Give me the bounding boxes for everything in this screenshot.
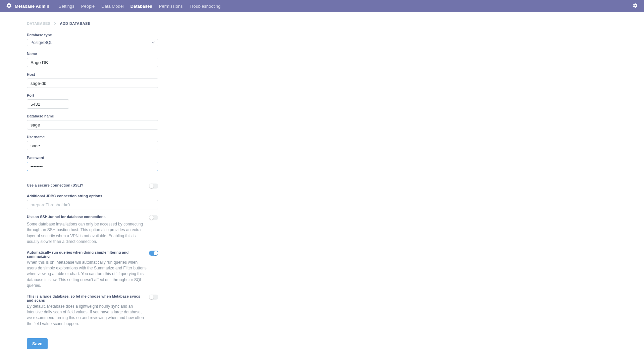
autorun-label: Automatically run queries when doing sim… (27, 250, 145, 258)
ssh-description: Some database installations can only be … (27, 221, 148, 245)
nav-troubleshooting[interactable]: Troubleshooting (190, 4, 221, 9)
ssh-toggle[interactable] (149, 215, 158, 220)
gear-logo-icon (6, 3, 12, 10)
autorun-description: When this is on, Metabase will automatic… (27, 260, 148, 289)
jdbc-label: Additional JDBC connection string option… (27, 194, 228, 198)
gear-icon (633, 3, 638, 9)
large-db-toggle[interactable] (149, 295, 158, 300)
chevron-right-icon (54, 21, 56, 25)
nav-people[interactable]: People (81, 4, 95, 9)
brand-title: Metabase Admin (15, 4, 49, 9)
nav-settings[interactable]: Settings (59, 4, 74, 9)
host-label: Host (27, 72, 228, 76)
nav-permissions[interactable]: Permissions (159, 4, 183, 9)
port-input[interactable] (27, 99, 69, 109)
nav-data-model[interactable]: Data Model (101, 4, 123, 9)
port-label: Port (27, 93, 228, 97)
password-input[interactable] (27, 162, 158, 171)
admin-nav: Settings People Data Model Databases Per… (59, 4, 221, 9)
breadcrumb-databases-link[interactable]: DATABASES (27, 21, 50, 25)
large-db-description: By default, Metabase does a lightweight … (27, 304, 148, 327)
breadcrumb-current: ADD DATABASE (60, 21, 90, 25)
name-input[interactable] (27, 58, 158, 67)
ssh-label: Use an SSH-tunnel for database connectio… (27, 215, 145, 219)
add-database-page: DATABASES ADD DATABASE Database type Nam… (27, 12, 228, 361)
username-label: Username (27, 135, 228, 139)
dbname-label: Database name (27, 114, 228, 118)
autorun-toggle[interactable] (149, 251, 158, 256)
ssl-toggle[interactable] (149, 184, 158, 189)
jdbc-input[interactable] (27, 200, 158, 209)
username-input[interactable] (27, 141, 158, 150)
large-db-label: This is a large database, so let me choo… (27, 294, 145, 302)
brand[interactable]: Metabase Admin (6, 3, 49, 10)
admin-topbar: Metabase Admin Settings People Data Mode… (0, 0, 644, 12)
save-button[interactable]: Save (27, 338, 48, 349)
password-label: Password (27, 156, 228, 160)
nav-databases[interactable]: Databases (130, 4, 152, 9)
settings-gear-button[interactable] (633, 3, 638, 9)
ssl-label: Use a secure connection (SSL)? (27, 183, 83, 187)
db-type-select[interactable] (27, 39, 158, 46)
host-input[interactable] (27, 79, 158, 88)
db-type-label: Database type (27, 33, 228, 37)
dbname-input[interactable] (27, 120, 158, 130)
name-label: Name (27, 52, 228, 56)
breadcrumb: DATABASES ADD DATABASE (27, 21, 228, 25)
